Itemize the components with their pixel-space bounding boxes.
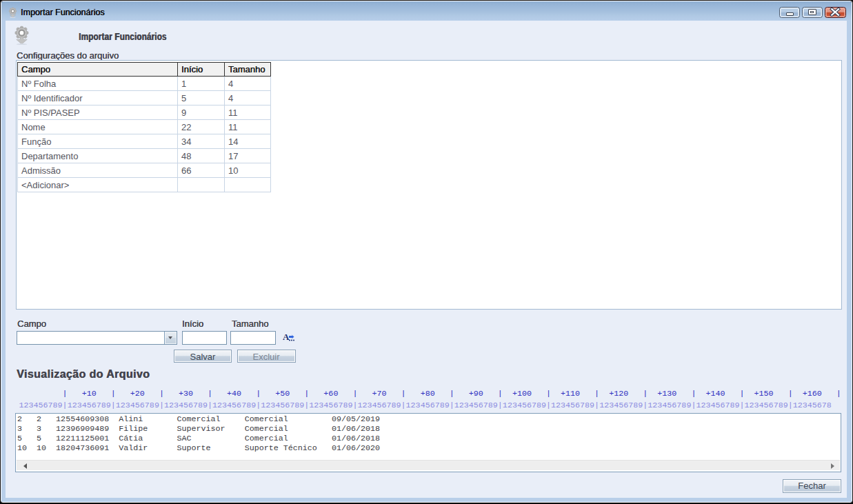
svg-text:A: A (283, 332, 290, 341)
